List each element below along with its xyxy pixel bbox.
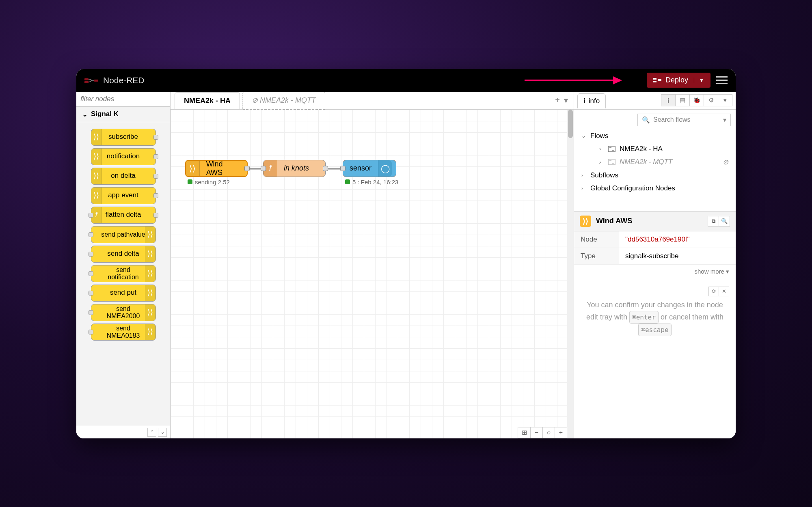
svg-rect-2 bbox=[94, 80, 98, 82]
palette-node-send-nmea2000[interactable]: send NMEA2000⟩⟩ bbox=[91, 304, 156, 321]
input-port[interactable] bbox=[340, 166, 346, 171]
palette-node-send-pathvalue[interactable]: send pathvalue⟩⟩ bbox=[91, 226, 156, 243]
deploy-label: Deploy bbox=[665, 76, 688, 84]
add-tab-button[interactable]: + bbox=[555, 95, 560, 105]
menu-button[interactable] bbox=[716, 74, 728, 86]
palette-expand-button[interactable]: ⌄ bbox=[158, 428, 167, 437]
sidebar-debug-button[interactable]: 🐞 bbox=[689, 94, 704, 106]
tree-subflows[interactable]: ›Subflows bbox=[577, 169, 732, 182]
tree-flows[interactable]: ⌄Flows bbox=[577, 129, 732, 142]
entity-icon: ◯ bbox=[378, 160, 392, 177]
deploy-icon bbox=[653, 77, 661, 84]
flow-icon bbox=[608, 159, 615, 165]
flow-icon bbox=[608, 146, 615, 152]
palette-node-on-delta[interactable]: ⟩⟩on delta bbox=[91, 168, 156, 185]
status-dot-icon bbox=[188, 179, 192, 184]
node-wind-aws[interactable]: ⟩⟩ Wind AWS bbox=[185, 160, 248, 177]
tree-flow-mqtt[interactable]: ›NMEA2k - MQTT⊘ bbox=[577, 155, 732, 169]
filter-input[interactable] bbox=[80, 95, 166, 103]
copy-button[interactable]: ⧉ bbox=[708, 216, 719, 227]
signal-icon: ⟩⟩ bbox=[145, 227, 155, 243]
zoom-in-button[interactable]: + bbox=[555, 427, 567, 438]
search-button[interactable]: 🔍 bbox=[719, 216, 730, 227]
deploy-button[interactable]: Deploy ▼ bbox=[647, 73, 710, 88]
input-port[interactable] bbox=[261, 166, 266, 171]
tab-menu-button[interactable]: ▾ bbox=[564, 95, 568, 105]
filter-box bbox=[76, 92, 170, 107]
zoom-out-button[interactable]: − bbox=[530, 427, 542, 438]
search-icon: 🔍 bbox=[642, 116, 650, 124]
svg-rect-4 bbox=[653, 81, 657, 82]
flow-tree: ⌄Flows ›NMEA2k - HA ›NMEA2k - MQTT⊘ ›Sub… bbox=[574, 129, 736, 195]
category-label: Signal K bbox=[91, 110, 119, 118]
canvas-footer: ⊞ − ○ + bbox=[518, 427, 567, 438]
signal-icon: ⟩⟩ bbox=[145, 265, 155, 282]
palette-node-list: ⟩⟩subscribe ⟩⟩notification ⟩⟩on delta ⟩⟩… bbox=[76, 122, 170, 426]
zoom-reset-button[interactable]: ○ bbox=[542, 427, 555, 438]
tip-close-button[interactable]: ✕ bbox=[719, 287, 729, 296]
sidebar-help-button[interactable]: i bbox=[661, 94, 676, 106]
tab-nmea2k-ha[interactable]: NMEA2k - HA bbox=[175, 92, 240, 109]
palette-footer: ⌃ ⌄ bbox=[76, 426, 170, 438]
node-in-knots[interactable]: f in knots bbox=[263, 160, 326, 177]
deploy-caret-icon[interactable]: ▼ bbox=[694, 78, 704, 83]
palette-category-signalk[interactable]: ⌄ Signal K bbox=[76, 107, 170, 122]
titlebar: Node-RED Deploy ▼ bbox=[76, 69, 736, 92]
flow-canvas[interactable]: ⟩⟩ Wind AWS sending 2.52 f in knots sens… bbox=[171, 110, 574, 438]
palette-node-send-notification[interactable]: send notification⟩⟩ bbox=[91, 265, 156, 282]
signal-icon: ⟩⟩ bbox=[145, 285, 155, 301]
node-label: sensor bbox=[343, 164, 378, 173]
node-detail-table: Node"dd56310a769e190f" Typesignalk-subsc… bbox=[574, 231, 736, 265]
show-more-button[interactable]: show more ▾ bbox=[574, 265, 736, 278]
svg-rect-3 bbox=[653, 78, 657, 80]
main-area: ⌄ Signal K ⟩⟩subscribe ⟩⟩notification ⟩⟩… bbox=[76, 92, 736, 438]
palette-node-send-nmea0183[interactable]: send NMEA0183⟩⟩ bbox=[91, 324, 156, 341]
sidebar: i info i ▤ 🐞 ⚙ ▾ 🔍 Search flows ▾ bbox=[574, 92, 736, 438]
signal-icon: ⟩⟩ bbox=[186, 161, 200, 176]
status-dot-icon bbox=[345, 179, 350, 184]
output-port[interactable] bbox=[244, 166, 250, 171]
sidebar-more-button[interactable]: ▾ bbox=[718, 94, 732, 106]
signal-icon: ⟩⟩ bbox=[91, 168, 102, 184]
output-port[interactable] bbox=[323, 166, 328, 171]
app-title: Node-RED bbox=[103, 76, 145, 85]
node-detail-title: Wind AWS bbox=[596, 217, 632, 225]
palette-node-notification[interactable]: ⟩⟩notification bbox=[91, 148, 156, 165]
node-sensor[interactable]: sensor ◯ bbox=[343, 160, 396, 177]
kbd-enter: ⌘enter bbox=[629, 311, 659, 324]
navigator-button[interactable]: ⊞ bbox=[518, 427, 530, 438]
signal-icon: ⟩⟩ bbox=[91, 188, 102, 204]
search-flows-input[interactable]: 🔍 Search flows ▾ bbox=[637, 114, 731, 126]
annotation-arrow bbox=[525, 76, 622, 84]
palette-node-subscribe[interactable]: ⟩⟩subscribe bbox=[91, 129, 156, 146]
canvas-scrollbar[interactable] bbox=[567, 110, 574, 438]
tip-refresh-button[interactable]: ⟳ bbox=[708, 287, 719, 296]
signal-icon: ⟩⟩ bbox=[91, 129, 102, 145]
flow-tabs: NMEA2k - HA ⊘ NMEA2k - MQTT + ▾ bbox=[171, 92, 574, 110]
node-status-wind: sending 2.52 bbox=[188, 179, 230, 186]
app-window: Node-RED Deploy ▼ ⌄ Signal K ⟩⟩subscr bbox=[76, 69, 736, 438]
tab-nmea2k-mqtt[interactable]: ⊘ NMEA2k - MQTT bbox=[242, 92, 325, 110]
palette: ⌄ Signal K ⟩⟩subscribe ⟩⟩notification ⟩⟩… bbox=[76, 92, 171, 438]
chevron-down-icon: ⌄ bbox=[82, 110, 88, 119]
disabled-icon: ⊘ bbox=[723, 158, 728, 166]
tree-flow-ha[interactable]: ›NMEA2k - HA bbox=[577, 142, 732, 155]
signal-icon: ⟩⟩ bbox=[91, 149, 102, 165]
sidebar-book-button[interactable]: ▤ bbox=[675, 94, 690, 106]
palette-node-app-event[interactable]: ⟩⟩app event bbox=[91, 187, 156, 204]
tip-box: ⟳ ✕ You can confirm your changes in the … bbox=[581, 299, 729, 337]
kbd-escape: ⌘escape bbox=[638, 324, 671, 336]
node-type-value: signalk-subscribe bbox=[619, 248, 736, 264]
palette-node-send-delta[interactable]: send delta⟩⟩ bbox=[91, 246, 156, 263]
app-logo: Node-RED bbox=[84, 76, 145, 85]
palette-node-flatten-delta[interactable]: fflatten delta bbox=[91, 207, 156, 224]
palette-collapse-button[interactable]: ⌃ bbox=[147, 428, 156, 437]
node-type-label: Type bbox=[574, 248, 619, 264]
palette-node-send-put[interactable]: send put⟩⟩ bbox=[91, 285, 156, 302]
node-label: in knots bbox=[277, 164, 315, 173]
signal-icon: ⟩⟩ bbox=[145, 324, 155, 340]
tree-global-config[interactable]: ›Global Configuration Nodes bbox=[577, 182, 732, 195]
sidebar-config-button[interactable]: ⚙ bbox=[704, 94, 718, 106]
workspace: NMEA2k - HA ⊘ NMEA2k - MQTT + ▾ ⟩⟩ Wind … bbox=[171, 92, 574, 438]
sidebar-tab-info[interactable]: i info bbox=[577, 93, 606, 108]
